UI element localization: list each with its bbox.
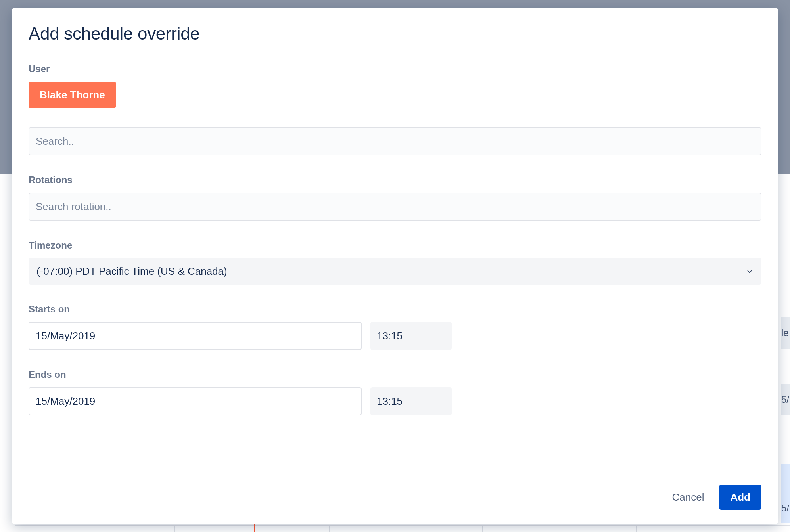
- background-now-marker: [254, 524, 255, 532]
- starts-on-date-input[interactable]: [29, 322, 362, 350]
- background-row: 5/: [781, 492, 790, 524]
- add-schedule-override-modal: Add schedule override User Blake Thorne …: [12, 8, 778, 524]
- user-search-input[interactable]: [29, 127, 761, 155]
- chevron-down-icon: [746, 268, 754, 276]
- background-gridline: [636, 525, 637, 532]
- modal-footer: Cancel Add: [29, 485, 761, 512]
- timezone-label: Timezone: [29, 240, 761, 251]
- timezone-select[interactable]: (-07:00) PDT Pacific Time (US & Canada): [29, 258, 761, 285]
- modal-title: Add schedule override: [29, 24, 761, 44]
- background-divider: [15, 525, 790, 532]
- cancel-button[interactable]: Cancel: [668, 486, 708, 509]
- background-gridline: [482, 525, 483, 532]
- user-chip-name: Blake Thorne: [40, 89, 105, 101]
- ends-on-time-input[interactable]: [370, 387, 452, 415]
- user-chip[interactable]: Blake Thorne: [29, 82, 116, 108]
- starts-on-time-input[interactable]: [370, 322, 452, 350]
- timezone-value: (-07:00) PDT Pacific Time (US & Canada): [36, 265, 227, 277]
- background-gridline: [174, 525, 175, 532]
- background-gridline: [15, 525, 15, 532]
- background-row: 5/: [781, 384, 790, 415]
- ends-on-label: Ends on: [29, 369, 761, 380]
- starts-on-label: Starts on: [29, 304, 761, 315]
- user-label: User: [29, 63, 761, 75]
- background-gridline: [329, 525, 330, 532]
- rotation-search-input[interactable]: [29, 193, 761, 221]
- add-button[interactable]: Add: [719, 485, 761, 510]
- ends-on-date-input[interactable]: [29, 387, 362, 415]
- rotations-label: Rotations: [29, 174, 761, 186]
- background-row: le: [781, 317, 790, 349]
